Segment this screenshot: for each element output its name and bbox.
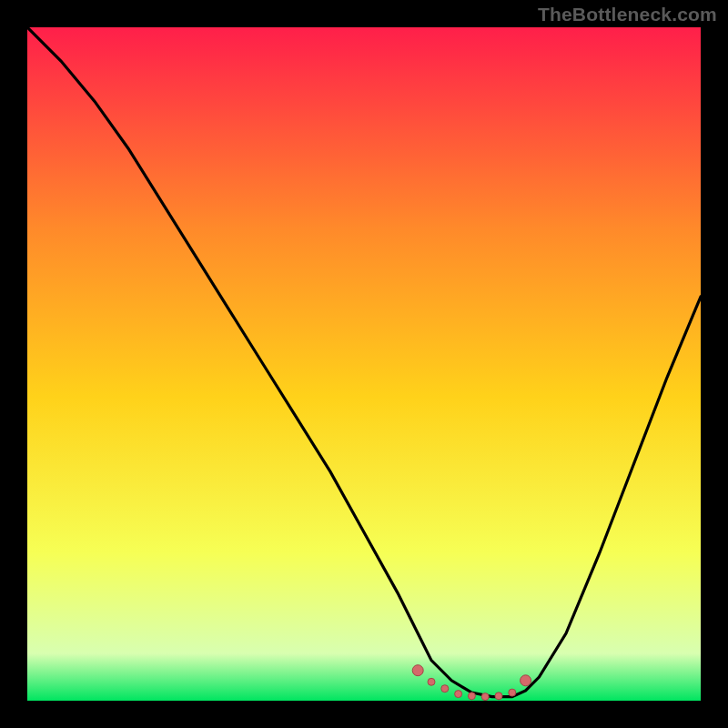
plot-area — [27, 27, 701, 701]
gradient-background — [27, 27, 701, 701]
watermark-text: TheBottleneck.com — [538, 4, 717, 25]
marker-point — [481, 693, 489, 701]
marker-point — [509, 689, 516, 696]
marker-point — [495, 693, 502, 700]
chart-frame: TheBottleneck.com — [0, 0, 728, 728]
bottleneck-chart — [27, 27, 701, 701]
marker-point — [455, 691, 462, 698]
marker-point — [521, 675, 531, 686]
marker-point — [468, 693, 475, 700]
marker-point — [412, 665, 423, 676]
marker-point — [441, 685, 449, 693]
marker-point — [428, 678, 435, 685]
